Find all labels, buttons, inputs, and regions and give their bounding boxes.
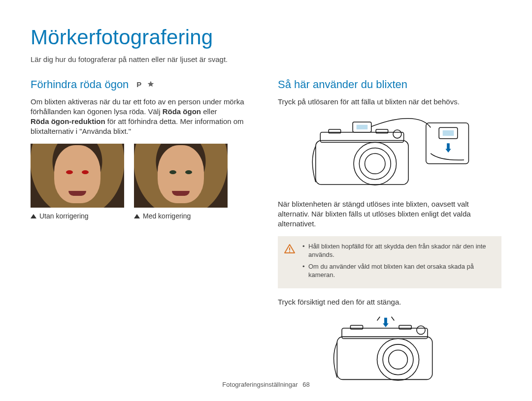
warning-box: Håll blixten hopfälld för att skydda den… [278, 236, 501, 288]
redeye-bold2: Röda ögon-reduktion [31, 117, 105, 125]
flash-p1: Tryck på utlösaren för att fälla ut blix… [278, 97, 501, 107]
svg-point-17 [377, 339, 419, 380]
warning-icon [284, 243, 296, 255]
svg-point-22 [417, 326, 425, 334]
svg-rect-20 [351, 325, 363, 329]
redeye-body: Om blixten aktiveras när du tar ett foto… [31, 97, 254, 137]
section-heading-flash: Så här använder du blixten [278, 77, 501, 92]
warning-item-1: Håll blixten hopfälld för att skydda den… [302, 242, 495, 259]
footer-page-number: 68 [302, 381, 309, 388]
section-heading-flash-text: Så här använder du blixten [278, 77, 407, 92]
svg-point-9 [393, 130, 401, 138]
svg-rect-3 [356, 124, 367, 129]
right-column: Så här använder du blixten Tryck på utlö… [278, 77, 501, 392]
mode-p-icon: P [134, 80, 143, 89]
svg-rect-12 [442, 130, 454, 136]
mode-star-icon [146, 80, 155, 89]
section-heading-redeye: Förhindra röda ögon P [31, 77, 254, 92]
caption-without: Utan korrigering [31, 212, 124, 221]
footer-section: Fotograferingsinställningar [222, 381, 298, 388]
photo-with-correction [134, 144, 228, 208]
svg-point-4 [354, 142, 397, 185]
svg-point-18 [383, 344, 413, 375]
camera-illustration-open [278, 114, 501, 192]
svg-point-19 [389, 350, 408, 370]
page-footer: Fotograferingsinställningar 68 [0, 380, 532, 389]
page-title: Mörkerfotografering [31, 24, 501, 52]
photo-without-correction [31, 144, 124, 208]
flash-p3: Tryck försiktigt ned den för att stänga. [278, 297, 501, 307]
warning-item-2: Om du använder våld mot blixten kan det … [302, 262, 495, 279]
svg-rect-14 [289, 251, 290, 252]
triangle-up-icon [134, 214, 140, 218]
camera-illustration-close [278, 314, 501, 385]
page-subtitle: Lär dig hur du fotograferar på natten el… [31, 55, 501, 64]
caption-without-text: Utan korrigering [39, 212, 89, 221]
flash-p2: När blixtenheten är stängd utlöses inte … [278, 199, 501, 229]
caption-with: Med korrigering [134, 212, 228, 221]
photo-without-block: Utan korrigering [31, 144, 124, 221]
mode-icons: P [134, 80, 155, 89]
redeye-body-b: eller [201, 107, 217, 116]
photo-row: Utan korrigering Med korrigering [31, 144, 254, 221]
section-heading-redeye-text: Förhindra röda ögon [31, 77, 129, 92]
left-column: Förhindra röda ögon P Om blixten aktiver… [31, 77, 254, 392]
svg-point-5 [359, 148, 391, 180]
caption-with-text: Med korrigering [143, 212, 191, 221]
photo-with-block: Med korrigering [134, 144, 228, 221]
triangle-up-icon [31, 214, 36, 218]
redeye-bold1: Röda ögon [163, 107, 201, 116]
svg-point-6 [365, 154, 385, 174]
svg-rect-21 [399, 325, 411, 329]
svg-rect-13 [289, 247, 290, 250]
